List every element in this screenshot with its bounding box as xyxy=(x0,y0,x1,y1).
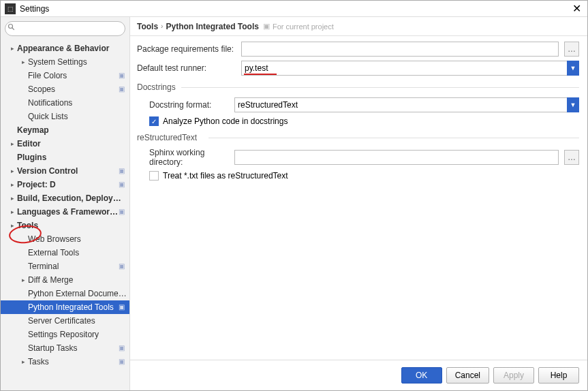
breadcrumb-scope: For current project xyxy=(273,22,334,31)
sidebar-item[interactable]: ▸Languages & Frameworks▣ xyxy=(1,205,129,219)
sidebar-item-label: External Tools xyxy=(28,248,127,257)
sidebar-item[interactable]: ▸Version Control▣ xyxy=(1,164,129,178)
sidebar-item[interactable]: File Colors▣ xyxy=(1,69,129,82)
row-sphinx: Sphinx working directory: … xyxy=(137,148,579,167)
sidebar-item[interactable]: External Tools xyxy=(1,246,129,260)
sidebar-item[interactable]: Python Integrated Tools▣ xyxy=(1,300,129,314)
pkg-req-label: Package requirements file: xyxy=(137,44,236,54)
sidebar-item[interactable]: ▸Diff & Merge xyxy=(1,273,129,287)
sidebar-item[interactable]: Server Certificates xyxy=(1,314,129,328)
row-docformat: Docstring format: ▼ xyxy=(137,97,579,112)
sidebar-item-label: Appearance & Behavior xyxy=(17,44,127,53)
close-icon[interactable]: ✕ xyxy=(570,2,583,15)
sidebar-item[interactable]: Startup Tasks▣ xyxy=(1,341,129,355)
project-badge-icon: ▣ xyxy=(119,344,127,352)
breadcrumb: Tools › Python Integrated Tools ▣ For cu… xyxy=(130,17,587,36)
chevron-right-icon: › xyxy=(161,22,163,30)
row-treat-txt: Treat *.txt files as reStructuredText xyxy=(137,171,579,181)
sidebar-item[interactable]: Quick Lists xyxy=(1,110,129,123)
runner-select-wrap: ▼ xyxy=(241,61,579,76)
sidebar: ▸Appearance & Behavior▸System SettingsFi… xyxy=(1,17,130,390)
sidebar-item-label: Web Browsers xyxy=(28,234,127,244)
breadcrumb-part1: Tools xyxy=(137,22,158,31)
sidebar-item[interactable]: ▸Project: D▣ xyxy=(1,178,129,191)
sidebar-item-label: System Settings xyxy=(28,57,127,67)
cancel-button[interactable]: Cancel xyxy=(446,367,489,384)
pkg-browse-button[interactable]: … xyxy=(564,42,579,57)
sidebar-item-label: Editor xyxy=(17,139,127,148)
project-badge-icon: ▣ xyxy=(119,85,127,93)
content-panel: Tools › Python Integrated Tools ▣ For cu… xyxy=(130,17,587,390)
sidebar-item[interactable]: ▸Build, Execution, Deployment xyxy=(1,191,129,205)
sidebar-item-label: Notifications xyxy=(28,98,127,108)
svg-point-0 xyxy=(9,25,13,29)
chevron-right-icon: ▸ xyxy=(9,45,16,52)
sidebar-item[interactable]: Terminal▣ xyxy=(1,260,129,273)
sidebar-item-label: Terminal xyxy=(28,262,119,271)
chevron-right-icon: ▸ xyxy=(9,195,16,202)
treat-txt-checkbox[interactable] xyxy=(149,171,159,181)
sidebar-item-label: Quick Lists xyxy=(28,112,127,121)
project-badge-icon: ▣ xyxy=(119,358,127,366)
docstrings-title: Docstrings xyxy=(137,82,579,92)
sidebar-item-label: Server Certificates xyxy=(28,316,127,326)
sidebar-item-label: Scopes xyxy=(28,84,119,94)
sidebar-item-label: Tasks xyxy=(28,357,119,366)
project-badge-icon: ▣ xyxy=(119,181,127,189)
project-badge-icon: ▣ xyxy=(119,208,127,216)
sidebar-item-label: Python External Documentatic xyxy=(28,289,127,298)
sidebar-item-label: Diff & Merge xyxy=(28,275,127,285)
sphinx-browse-button[interactable]: … xyxy=(564,150,579,165)
main-area: ▸Appearance & Behavior▸System SettingsFi… xyxy=(1,17,587,390)
apply-button[interactable]: Apply xyxy=(493,367,534,384)
sidebar-item-label: Settings Repository xyxy=(28,330,127,339)
help-button[interactable]: Help xyxy=(538,367,579,384)
sidebar-item[interactable]: Notifications xyxy=(1,96,129,110)
treat-txt-label: Treat *.txt files as reStructuredText xyxy=(163,171,288,181)
sphinx-input[interactable] xyxy=(234,150,559,165)
project-badge-icon: ▣ xyxy=(119,72,127,80)
chevron-right-icon: ▸ xyxy=(9,168,16,174)
ok-button[interactable]: OK xyxy=(401,367,442,384)
docformat-label: Docstring format: xyxy=(137,100,229,110)
fieldset-rst: reStructuredText Sphinx working director… xyxy=(137,133,579,181)
chevron-right-icon: ▸ xyxy=(20,358,27,365)
sidebar-item-label: Project: D xyxy=(17,180,119,189)
sidebar-item[interactable]: Plugins xyxy=(1,151,129,164)
pkg-req-input[interactable] xyxy=(241,42,559,57)
docformat-select[interactable] xyxy=(234,97,579,112)
sidebar-item[interactable]: Web Browsers xyxy=(1,232,129,246)
fieldset-docstrings: Docstrings Docstring format: ▼ ✓ Analyze… xyxy=(137,82,579,126)
sidebar-item-label: Version Control xyxy=(17,166,119,176)
search-wrap xyxy=(1,17,129,40)
sidebar-item[interactable]: Settings Repository xyxy=(1,328,129,341)
settings-tree: ▸Appearance & Behavior▸System SettingsFi… xyxy=(1,40,129,370)
docformat-select-wrap: ▼ xyxy=(234,97,579,112)
project-scope-icon: ▣ xyxy=(263,22,270,31)
row-test-runner: Default test runner: ▼ xyxy=(137,61,579,76)
sidebar-item[interactable]: ▸Editor xyxy=(1,137,129,151)
sidebar-item[interactable]: ▸Appearance & Behavior xyxy=(1,42,129,55)
sidebar-item-label: Python Integrated Tools xyxy=(28,302,119,312)
analyze-checkbox[interactable]: ✓ xyxy=(149,116,159,126)
chevron-right-icon: ▸ xyxy=(20,59,27,65)
sidebar-item-label: File Colors xyxy=(28,71,119,80)
chevron-right-icon: ▸ xyxy=(20,277,27,283)
runner-select[interactable] xyxy=(241,61,579,76)
sidebar-item[interactable]: Python External Documentatic xyxy=(1,287,129,300)
sidebar-item[interactable]: ▸Tools xyxy=(1,219,129,232)
analyze-label: Analyze Python code in docstrings xyxy=(163,116,288,126)
sidebar-item-label: Keymap xyxy=(17,125,127,135)
chevron-right-icon: ▸ xyxy=(9,222,16,229)
sidebar-item[interactable]: ▸System Settings xyxy=(1,55,129,69)
app-icon: ⬚ xyxy=(5,3,16,14)
sidebar-item[interactable]: Keymap xyxy=(1,123,129,137)
project-badge-icon: ▣ xyxy=(119,303,127,311)
sidebar-item[interactable]: Scopes▣ xyxy=(1,82,129,96)
sidebar-item-label: Tools xyxy=(17,221,127,230)
sidebar-item[interactable]: ▸Tasks▣ xyxy=(1,355,129,369)
search-input[interactable] xyxy=(5,21,125,36)
sidebar-item-label: Build, Execution, Deployment xyxy=(17,193,127,203)
sidebar-item-label: Plugins xyxy=(17,153,127,162)
footer: OK Cancel Apply Help xyxy=(130,360,587,390)
